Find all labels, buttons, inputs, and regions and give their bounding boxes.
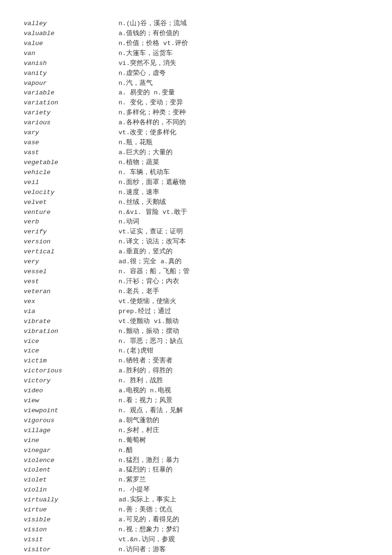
vocab-definition: n. 车辆，机动车 (119, 168, 368, 178)
vocab-definition: n.葡萄树 (119, 436, 368, 446)
vocab-definition: n.颤动，振动；摆动 (119, 327, 368, 337)
vocab-row: valuablea.值钱的；有价值的 (24, 29, 368, 39)
vocab-row: veiln.面纱，面罩；遮蔽物 (24, 178, 368, 188)
vocab-definition: n.译文；说法；改写本 (119, 237, 368, 247)
vocab-word: valley (24, 19, 119, 29)
vocab-word: very (24, 257, 119, 267)
vocab-definition: n.&vi. 冒险 vt.敢于 (119, 208, 368, 218)
vocab-row: vasta.巨大的；大量的 (24, 148, 368, 158)
vocab-row: varyvt.改变；使多样化 (24, 128, 368, 138)
vocab-definition: n.(山)谷，溪谷；流域 (119, 19, 368, 29)
vocab-row: viewn.看；视力；风景 (24, 396, 368, 406)
vocab-row: verticala.垂直的，竖式的 (24, 247, 368, 257)
vocab-word: view (24, 396, 119, 406)
vocab-word: vessel (24, 267, 119, 277)
vocab-word: vinegar (24, 446, 119, 456)
vocab-row: vegetablen.植物；蔬菜 (24, 158, 368, 168)
vocab-definition: n.速度，速率 (119, 188, 368, 198)
vocab-row: violencen.猛烈，激烈；暴力 (24, 456, 368, 466)
vocab-definition: n.老兵，老手 (119, 287, 368, 297)
vocab-row: vinen.葡萄树 (24, 436, 368, 446)
vocab-row: valleyn.(山)谷，溪谷；流域 (24, 19, 368, 29)
vocab-word: vex (24, 297, 119, 307)
vocab-definition: n. 罪恶；恶习；缺点 (119, 337, 368, 347)
vocab-row: venturen.&vi. 冒险 vt.敢于 (24, 208, 368, 218)
vocab-word: visible (24, 515, 119, 525)
vocab-word: violet (24, 475, 119, 485)
vocab-row: visionn.视；想象力；梦幻 (24, 525, 368, 535)
vocab-word: visit (24, 535, 119, 545)
vocab-row: veterann.老兵，老手 (24, 287, 368, 297)
vocab-word: victorious (24, 366, 119, 376)
vocab-row: vestn.汗衫；背心；内衣 (24, 277, 368, 287)
vocab-row: variationn. 变化，变动；变异 (24, 98, 368, 108)
vocab-row: vanityn.虚荣心，虚夸 (24, 69, 368, 79)
vocabulary-list: valleyn.(山)谷，溪谷；流域valuablea.值钱的；有价值的valu… (24, 19, 368, 555)
vocab-word: vapour (24, 79, 119, 89)
vocab-word: vine (24, 436, 119, 446)
vocab-row: vibrationn.颤动，振动；摆动 (24, 327, 368, 337)
vocab-definition: n.视；想象力；梦幻 (119, 525, 368, 535)
vocab-row: violinn. 小提琴 (24, 485, 368, 495)
vocab-definition: n.乡村，村庄 (119, 426, 368, 436)
vocab-definition: n.动词 (119, 217, 368, 227)
vocab-definition: a.各种各样的，不同的 (119, 118, 368, 128)
vocab-word: valuable (24, 29, 119, 39)
vocab-word: vanity (24, 69, 119, 79)
vocab-definition: n.汽，蒸气 (119, 79, 368, 89)
vocab-definition: n.丝绒，天鹅绒 (119, 198, 368, 208)
vocab-row: valuen.价值；价格 vt.评价 (24, 39, 368, 49)
vocab-word: vehicle (24, 168, 119, 178)
vocab-definition: n.访问者；游客 (119, 545, 368, 555)
vocab-definition: n. 变化，变动；变异 (119, 98, 368, 108)
vocab-definition: n. 容器；船，飞船；管 (119, 267, 368, 277)
vocab-word: vigorous (24, 416, 119, 426)
vocab-row: violenta.猛烈的；狂暴的 (24, 465, 368, 475)
vocab-definition: a.可见的，看得见的 (119, 515, 368, 525)
vocab-word: vanish (24, 59, 119, 69)
vocab-word: variation (24, 98, 119, 108)
vocab-row: viewpointn. 观点，看法，见解 (24, 406, 368, 416)
vocab-row: versionn.译文；说法；改写本 (24, 237, 368, 247)
vocab-row: variablea. 易变的 n.变量 (24, 88, 368, 98)
vocab-row: vanishvi.突然不见，消失 (24, 59, 368, 69)
vocab-word: velocity (24, 188, 119, 198)
vocab-definition: n.醋 (119, 446, 368, 456)
vocab-word: various (24, 118, 119, 128)
vocab-word: vibrate (24, 317, 119, 327)
vocab-word: video (24, 386, 119, 396)
vocab-row: visitorn.访问者；游客 (24, 545, 368, 555)
vocab-row: viaprep.经过；通过 (24, 307, 368, 317)
vocab-row: victimn.牺牲者；受害者 (24, 356, 368, 366)
vocab-word: village (24, 426, 119, 436)
vocab-row: victoriousa.胜利的，得胜的 (24, 366, 368, 376)
vocab-row: violetn.紫罗兰 (24, 475, 368, 485)
vocab-definition: vt.&n.访问，参观 (119, 535, 368, 545)
vocab-row: virtuallyad.实际上，事实上 (24, 495, 368, 505)
vocab-definition: n.植物；蔬菜 (119, 158, 368, 168)
vocab-row: variousa.各种各样的，不同的 (24, 118, 368, 128)
vocab-word: via (24, 307, 119, 317)
vocab-row: verifyvt.证实，查证；证明 (24, 227, 368, 237)
vocab-word: vase (24, 138, 119, 148)
vocab-word: violence (24, 456, 119, 466)
vocab-word: velvet (24, 198, 119, 208)
vocab-definition: n. 小提琴 (119, 485, 368, 495)
vocab-row: villagen.乡村，村庄 (24, 426, 368, 436)
vocab-word: value (24, 39, 119, 49)
vocab-row: veryad.很；完全 a.真的 (24, 257, 368, 267)
vocab-word: van (24, 49, 119, 59)
vocab-row: velvetn.丝绒，天鹅绒 (24, 198, 368, 208)
vocab-word: variety (24, 108, 119, 118)
vocab-row: visiblea.可见的，看得见的 (24, 515, 368, 525)
vocab-definition: a.朝气蓬勃的 (119, 416, 368, 426)
vocab-word: verify (24, 227, 119, 237)
vocab-definition: n.汗衫；背心；内衣 (119, 277, 368, 287)
vocab-word: variable (24, 88, 119, 98)
vocab-definition: vi.突然不见，消失 (119, 59, 368, 69)
vocab-row: victoryn. 胜利，战胜 (24, 376, 368, 386)
vocab-definition: n. 观点，看法，见解 (119, 406, 368, 416)
vocab-word: vice (24, 337, 119, 347)
vocab-word: vest (24, 277, 119, 287)
vocab-word: virtue (24, 505, 119, 515)
